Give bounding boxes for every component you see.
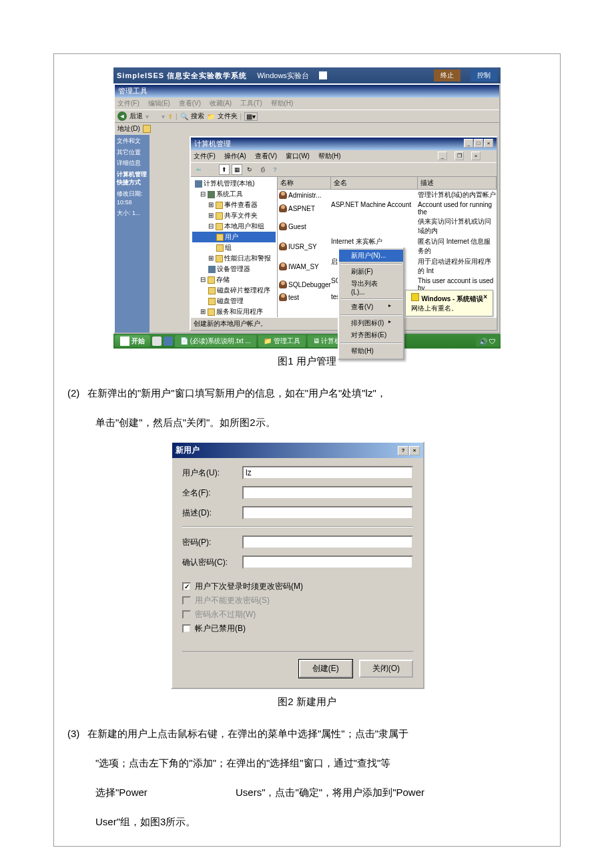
fullname-label: 全名(F): — [182, 487, 242, 499]
tree-perf[interactable]: ⊞ 性能日志和警报 — [192, 253, 276, 264]
tree-defrag[interactable]: 磁盘碎片整理程序 — [192, 285, 276, 296]
control-button[interactable]: 控制 — [471, 69, 497, 81]
username-field[interactable] — [242, 466, 413, 479]
menu-fav[interactable]: 收藏(A) — [210, 99, 232, 107]
description-field[interactable] — [242, 506, 413, 519]
props-icon[interactable]: ▦ — [232, 164, 242, 175]
up-folder-icon[interactable]: ⬆ — [219, 164, 230, 175]
col-fullname[interactable]: 全名 — [331, 177, 418, 189]
list-row[interactable]: Guest供来宾访问计算机或访问域的内 — [278, 216, 497, 236]
tree-devmgr[interactable]: 设备管理器 — [192, 264, 276, 274]
mdi-close[interactable]: × — [471, 152, 481, 160]
search-label[interactable]: 搜索 — [191, 112, 204, 121]
error-close-button[interactable]: × — [483, 293, 487, 304]
must-change-checkbox[interactable] — [182, 582, 191, 591]
menu-edit[interactable]: 编辑(E) — [148, 99, 170, 107]
folders-icon[interactable]: 📁 — [207, 113, 215, 120]
warning-icon — [411, 293, 419, 301]
list-row[interactable]: ASPNETASP.NET Machine AccountAccount use… — [278, 200, 497, 216]
taskbar-item[interactable]: 📁 管理工具 — [258, 335, 306, 347]
up-icon[interactable]: ⬆ — [168, 113, 173, 120]
tree-event[interactable]: ⊞ 事件查看器 — [192, 200, 276, 210]
back-icon[interactable]: ◄ — [117, 112, 127, 121]
fullname-field[interactable] — [242, 486, 413, 499]
inner-title: 计算机管理 — [194, 139, 231, 149]
create-button[interactable]: 创建(E) — [299, 660, 352, 678]
export-icon[interactable]: ⎙ — [257, 164, 268, 175]
inner-menu-file[interactable]: 文件(F) — [194, 152, 216, 160]
start-button[interactable]: 开始 — [115, 335, 150, 347]
col-name[interactable]: 名称 — [278, 177, 331, 189]
system-error-balloon[interactable]: Windows - 系统错误× 网络上有重名。 — [405, 290, 493, 316]
account-disabled-checkbox[interactable] — [182, 624, 191, 633]
system-tray[interactable]: 🔊 🛡 — [476, 337, 499, 347]
quicklaunch-icon[interactable] — [164, 337, 173, 346]
ctx-new-user[interactable]: 新用户(N)... — [339, 250, 403, 262]
ctx-refresh[interactable]: 刷新(F) — [339, 266, 403, 278]
inner-menu-action[interactable]: 操作(A) — [224, 152, 246, 160]
tree-root[interactable]: 计算机管理(本地) — [192, 178, 276, 189]
inner-menu-view[interactable]: 查看(V) — [255, 152, 277, 160]
minimize-button[interactable]: _ — [464, 139, 473, 148]
tree-groups[interactable]: 组 — [192, 242, 276, 253]
flag-icon — [319, 71, 327, 79]
maximize-button[interactable]: □ — [474, 139, 483, 148]
user-icon — [279, 262, 287, 270]
close-button[interactable]: 关闭(O) — [359, 660, 413, 678]
nav-back-icon[interactable]: ⇐ — [194, 164, 204, 175]
tree-diskmgr[interactable]: 磁盘管理 — [192, 296, 276, 306]
tree-panel[interactable]: 计算机管理(本地) ⊟ 系统工具 ⊞ 事件查看器 ⊞ 共享文件夹 ⊟ 本地用户和… — [191, 177, 278, 317]
taskbar-item[interactable]: 📄 (必读)系统说明.txt ... — [175, 335, 256, 347]
menubar: 文件(F) 编辑(E) 查看(V) 收藏(A) 工具(T) 帮助(H) — [115, 97, 499, 110]
nav-fwd-icon[interactable]: ⇒ — [206, 164, 217, 175]
tree-services[interactable]: ⊞ 服务和应用程序 — [192, 306, 276, 317]
step-num: (2) — [67, 381, 87, 405]
password-field[interactable] — [242, 535, 413, 549]
ctx-export[interactable]: 导出列表(L)... — [339, 278, 403, 297]
views-icon[interactable]: ▦▾ — [244, 112, 258, 121]
menu-file[interactable]: 文件(F) — [117, 99, 139, 107]
account-disabled-label: 帐户已禁用(B) — [195, 623, 246, 634]
dialog-help-button[interactable]: ? — [398, 446, 408, 455]
inner-titlebar[interactable]: 计算机管理 _ □ × — [191, 138, 497, 150]
ctx-arrange[interactable]: 排列图标(I) — [339, 317, 403, 329]
tree-localusers[interactable]: ⊟ 本地用户和组 — [192, 221, 276, 232]
tree-shared[interactable]: ⊞ 共享文件夹 — [192, 210, 276, 221]
help-icon[interactable]: ? — [270, 164, 280, 175]
menu-tools[interactable]: 工具(T) — [240, 99, 262, 107]
step-3-text-2: "选项；点击左下角的"添加"；在弹出的"选择组"窗口，通过"查找"等 — [67, 751, 547, 775]
inner-menu-help[interactable]: 帮助(H) — [318, 152, 341, 160]
dialog-titlebar[interactable]: 新用户 ? × — [172, 443, 423, 458]
user-icon — [279, 293, 287, 301]
cannot-change-label: 用户不能更改密码(S) — [195, 595, 270, 606]
col-desc[interactable]: 描述 — [418, 177, 497, 189]
menu-help[interactable]: 帮助(H) — [271, 99, 294, 107]
menu-view[interactable]: 查看(V) — [179, 99, 201, 107]
taskbar: 开始 📄 (必读)系统说明.txt ... 📁 管理工具 🖥 计算机管理 🔊 🛡 — [113, 334, 501, 349]
quicklaunch-icon[interactable] — [152, 337, 162, 346]
ctx-align[interactable]: 对齐图标(E) — [339, 329, 403, 341]
must-change-password-row[interactable]: 用户下次登录时须更改密码(M) — [182, 581, 413, 592]
step-3-text: (3)在新建的用户上点击鼠标右键，在弹出的菜单中选择"属性"；点击"隶属于 — [67, 722, 547, 746]
list-row[interactable]: Administr...管理计算机(域)的内置帐户 — [278, 190, 497, 200]
terminate-button[interactable]: 终止 — [434, 69, 460, 81]
tree-storage[interactable]: ⊟ 存储 — [192, 274, 276, 285]
inner-toolbar: ⇐ ⇒ ⬆ ▦ ↻ ⎙ ? — [191, 162, 497, 177]
inner-menu-window[interactable]: 窗口(W) — [286, 152, 310, 160]
mdi-restore[interactable]: ❐ — [454, 152, 464, 160]
dialog-title: 新用户 — [176, 445, 200, 456]
folders-label[interactable]: 文件夹 — [218, 112, 238, 121]
back-label[interactable]: 后退 — [129, 112, 143, 121]
confirm-password-field[interactable] — [242, 556, 413, 569]
close-button[interactable]: × — [484, 139, 493, 148]
never-expire-checkbox — [182, 610, 191, 619]
tree-users[interactable]: 用户 — [192, 232, 276, 242]
search-icon[interactable]: 🔍 — [180, 113, 188, 120]
ctx-help[interactable]: 帮助(H) — [339, 345, 403, 357]
refresh-icon[interactable]: ↻ — [244, 164, 255, 175]
dialog-close-button[interactable]: × — [409, 446, 420, 455]
tree-systools[interactable]: ⊟ 系统工具 — [192, 189, 276, 200]
ctx-view[interactable]: 查看(V) — [339, 301, 403, 313]
mdi-minimize[interactable]: _ — [438, 152, 447, 160]
account-disabled-row[interactable]: 帐户已禁用(B) — [182, 623, 413, 634]
